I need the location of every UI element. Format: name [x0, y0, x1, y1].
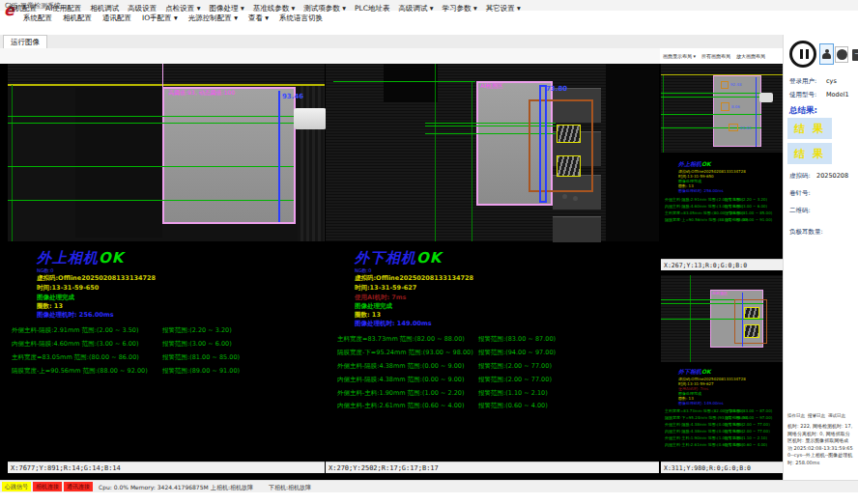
measurement-row: 内侧主料-隔膜:4.38mm 范围:(0.00 ~ 9.00) — [337, 376, 465, 384]
camera-sub-info: NG数:0 — [37, 267, 53, 273]
tool-plc-address[interactable]: PLC地址表 — [355, 4, 389, 14]
virtual-code-label: 虚拟码: — [789, 172, 811, 181]
ai-region-note: AI检测区 — [712, 291, 728, 295]
overlay-green-line — [8, 116, 294, 117]
overlay-orange-box — [729, 124, 738, 131]
tool-camera-config[interactable]: 相机配置 — [8, 4, 37, 14]
camera-view-lower[interactable]: AI检测区 73.80 外下相机OK NG数:0 虚拟码:Offline2025… — [326, 64, 659, 473]
tool-ai-config[interactable]: AI使用配置 — [45, 4, 81, 14]
camera-view-upper[interactable]: 高阈值:93, 动态阈值:100 93.46 外上相机OK NG数:0 虚拟码:… — [8, 64, 325, 473]
mini-measure-label: 23.40 — [740, 126, 751, 130]
overlay-orange-box — [721, 102, 729, 111]
tool-camera-debug[interactable]: 相机调试 — [90, 4, 119, 14]
overlay-green-line — [661, 114, 761, 115]
machine-texture — [384, 64, 438, 102]
alarm-range: 报警范围:(2.00 ~ 77.00) — [478, 376, 552, 384]
app-status-bar: 心跳信号 相机连接 通讯连接 Cpu: 0.0% Memory: 3424.41… — [0, 480, 858, 492]
camera-result-title: 外下相机OK — [678, 368, 711, 377]
tool-test-params[interactable]: 测试项参数 ▾ — [303, 4, 346, 14]
process-done-line: 图像处理完成 — [37, 294, 74, 302]
alarm-range: 报警范围:(2.20 ~ 3.20) — [162, 326, 232, 335]
layout-tab-all[interactable]: 所有画面布局 — [701, 53, 730, 59]
layout-tab-zoom[interactable]: 放大画面布局 — [736, 53, 765, 59]
virtual-code-value: 20250208 — [816, 172, 848, 180]
tool-baseline-params[interactable]: 基准线参数 ▾ — [253, 4, 296, 14]
exit-door-icon — [852, 49, 858, 61]
threshold-note: 高阈值:93, 动态阈值:100 — [168, 89, 235, 98]
bolt-detail — [562, 194, 567, 199]
tab-run-image[interactable]: 运行图像 — [3, 35, 47, 48]
tool-advanced-settings[interactable]: 高级设置 — [128, 4, 157, 14]
log-tab-debug[interactable]: 调试日志 — [828, 413, 845, 418]
menu-camera-config[interactable]: 相机配置 — [63, 14, 92, 23]
camera-connection-badge: 相机连接 — [33, 482, 62, 491]
menu-system-config[interactable]: 系统配置 — [23, 14, 52, 23]
connector-tab — [294, 108, 327, 129]
overlay-green-vline — [472, 81, 472, 241]
camera-result: OK — [701, 368, 711, 375]
menu-comm-config[interactable]: 通讯配置 — [102, 14, 131, 23]
turns-line: 圈数: 13 — [355, 311, 381, 320]
virtual-code-line: 虚拟码:Offline20250208133134728 — [37, 274, 156, 283]
alarm-range: 报警范围:(3.00 ~ 6.00) — [162, 340, 232, 349]
process-time-line: 图像处理机时: 149.00ms — [678, 401, 724, 406]
exit-button[interactable] — [849, 46, 858, 63]
alarm-range: 报警范围:(94.00 ~ 97.00) — [478, 349, 556, 357]
machine-texture — [75, 88, 162, 238]
alarm-range: 报警范围:(94.00 ~ 97.00) — [725, 415, 772, 420]
mini-view-lower[interactable]: AI检测区 外下相机OK 虚拟码:Offline2025020813313472… — [661, 271, 783, 473]
login-user-label: 登录用户: — [789, 77, 816, 86]
measurement-row: 外侧主料-隔膜:2.91mm 范围:(2.00 ~ 3.50) — [12, 326, 139, 335]
pause-button[interactable] — [789, 41, 816, 68]
alarm-range: 报警范围:(3.00 ~ 6.00) — [725, 204, 767, 209]
tool-advanced-debug[interactable]: 高级调试 ▾ — [398, 4, 433, 14]
measurement-row: 内侧主料-主料:2.61mm 范围:(0.60 ~ 4.00) — [337, 402, 465, 410]
tool-image-process[interactable]: 图像处理 ▾ — [210, 4, 244, 14]
overlay-measure-line — [756, 77, 757, 147]
log-tab-operation[interactable]: 操作日志 — [787, 413, 805, 418]
menu-light-config[interactable]: 光源控制配置 ▾ — [188, 14, 238, 23]
overlay-green-line — [8, 200, 294, 201]
tool-spot-check[interactable]: 点检设置 ▾ — [165, 4, 200, 14]
log-tab-alarm[interactable]: 报警日志 — [808, 413, 825, 418]
machine-texture — [8, 64, 325, 85]
process-done-line: 图像处理完成 — [355, 302, 392, 311]
log-text: 机时: 222, 网络检测机时: 17, 网络分离机时: 0, 网络抓取分区机时… — [787, 423, 853, 466]
operator-mode-button[interactable] — [819, 43, 834, 65]
virtual-code-line: 虚拟码:Offline20250208133134728 — [355, 274, 473, 283]
pixel-coordinate-bar: X:267;Y:13;R:0;G:0;B:0 — [661, 259, 783, 270]
right-panel: 登录用户: cys 使用型号: Model1 总结果: 结 果 结 果 虚拟码:… — [783, 35, 858, 491]
measurement-row: 隔膜宽度-上=90.56mm 范围:(88.00 ~ 92.00) — [12, 367, 148, 376]
menu-view[interactable]: 查看 ▾ — [248, 14, 269, 23]
login-user-value: cys — [826, 77, 837, 85]
cpu-memory-text: Cpu: 0.0% Memory: 3424.41796875M — [99, 484, 209, 490]
alarm-range: 报警范围:(89.00 ~ 91.00) — [162, 367, 240, 376]
overlay-green-vline — [12, 85, 13, 241]
engineer-mode-button[interactable] — [835, 46, 848, 63]
mini-view-upper[interactable]: 92.48 8.06 23.40 外上相机OK 虚拟码:Offline20250… — [661, 64, 783, 270]
measure-value: 93.46 — [282, 93, 303, 100]
alarm-range: 报警范围:(83.00 ~ 87.00) — [478, 335, 556, 344]
camera-result: OK — [99, 249, 124, 266]
tool-learn-params[interactable]: 学习参数 ▾ — [443, 4, 477, 14]
machine-texture — [606, 64, 659, 241]
upper-camera-status: 上相机:相机故障 — [211, 484, 253, 492]
time-line: 时间:13-31-59-627 — [355, 284, 416, 293]
camera-name: 外上相机 — [37, 249, 99, 266]
pixel-coordinate-bar: X:7677;Y:891;R:14;G:14;B:14 — [8, 462, 325, 473]
tool-other-settings[interactable]: 其它设置 ▾ — [486, 4, 521, 14]
dark-user-icon — [837, 49, 847, 60]
result-box-upper: 结 果 — [787, 118, 832, 139]
menu-language-switch[interactable]: 系统语言切换 — [279, 14, 323, 23]
menu-io-config[interactable]: IO手配置 ▾ — [142, 14, 178, 23]
overlay-yellow-box — [557, 155, 581, 177]
alarm-range: 报警范围:(81.00 ~ 85.00) — [725, 210, 772, 215]
alarm-range: 报警范围:(0.60 ~ 4.00) — [478, 402, 548, 410]
overlay-green-line — [8, 123, 294, 124]
model-value: Model1 — [826, 91, 849, 98]
overlay-green-line — [661, 97, 761, 98]
layout-tab-display[interactable]: 画面显示布局 ▾ — [663, 53, 696, 59]
alarm-range: 报警范围:(2.00 ~ 77.00) — [478, 362, 552, 371]
overlay-pink-vline — [162, 64, 163, 87]
process-time-line: 图像处理机时: 256.00ms — [678, 188, 724, 193]
